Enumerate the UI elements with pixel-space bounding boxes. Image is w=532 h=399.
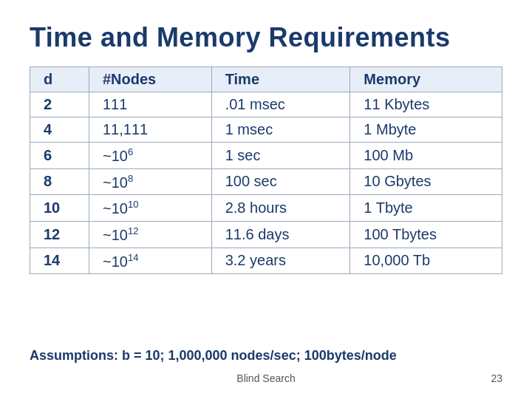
footer-page-number: 23 bbox=[491, 372, 502, 384]
table-row: 2 111 .01 msec 11 Kbytes bbox=[30, 92, 502, 117]
cell-time: 3.2 years bbox=[211, 248, 350, 274]
cell-memory: 10,000 Tb bbox=[350, 248, 502, 274]
cell-d: 2 bbox=[30, 92, 89, 117]
col-header-d: d bbox=[30, 67, 89, 92]
cell-time: 2.8 hours bbox=[211, 195, 350, 222]
requirements-table: d #Nodes Time Memory 2 111 .01 msec 11 K… bbox=[30, 66, 502, 274]
cell-nodes: ~1012 bbox=[89, 221, 212, 248]
cell-time: 100 sec bbox=[211, 168, 350, 195]
col-header-nodes: #Nodes bbox=[89, 67, 212, 92]
data-table-wrapper: d #Nodes Time Memory 2 111 .01 msec 11 K… bbox=[30, 66, 502, 341]
table-row: 8 ~108 100 sec 10 Gbytes bbox=[30, 168, 502, 195]
cell-time: 11.6 days bbox=[211, 221, 350, 248]
cell-nodes: ~1014 bbox=[89, 248, 212, 274]
cell-nodes: 111 bbox=[89, 92, 212, 117]
cell-nodes: ~108 bbox=[89, 168, 212, 195]
cell-memory: 11 Kbytes bbox=[350, 92, 502, 117]
slide-title: Time and Memory Requirements bbox=[30, 22, 502, 53]
cell-d: 12 bbox=[30, 221, 89, 248]
table-header-row: d #Nodes Time Memory bbox=[30, 67, 502, 92]
cell-time: .01 msec bbox=[211, 92, 350, 117]
cell-d: 8 bbox=[30, 168, 89, 195]
cell-d: 4 bbox=[30, 117, 89, 143]
cell-nodes: 11,111 bbox=[89, 117, 212, 143]
cell-d: 10 bbox=[30, 195, 89, 222]
cell-memory: 100 Mb bbox=[350, 143, 502, 169]
cell-memory: 1 Mbyte bbox=[350, 117, 502, 143]
assumptions-text: Assumptions: b = 10; 1,000,000 nodes/sec… bbox=[30, 348, 502, 364]
col-header-time: Time bbox=[211, 67, 350, 92]
table-row: 12 ~1012 11.6 days 100 Tbytes bbox=[30, 221, 502, 248]
cell-d: 6 bbox=[30, 143, 89, 169]
slide-footer: Blind Search 23 bbox=[30, 372, 502, 384]
table-row: 10 ~1010 2.8 hours 1 Tbyte bbox=[30, 195, 502, 222]
cell-d: 14 bbox=[30, 248, 89, 274]
cell-time: 1 msec bbox=[211, 117, 350, 143]
cell-memory: 1 Tbyte bbox=[350, 195, 502, 222]
cell-memory: 10 Gbytes bbox=[350, 168, 502, 195]
table-row: 6 ~106 1 sec 100 Mb bbox=[30, 143, 502, 169]
table-row: 14 ~1014 3.2 years 10,000 Tb bbox=[30, 248, 502, 274]
cell-nodes: ~1010 bbox=[89, 195, 212, 222]
col-header-memory: Memory bbox=[350, 67, 502, 92]
cell-nodes: ~106 bbox=[89, 143, 212, 169]
table-row: 4 11,111 1 msec 1 Mbyte bbox=[30, 117, 502, 143]
cell-time: 1 sec bbox=[211, 143, 350, 169]
cell-memory: 100 Tbytes bbox=[350, 221, 502, 248]
footer-label: Blind Search bbox=[236, 372, 295, 384]
